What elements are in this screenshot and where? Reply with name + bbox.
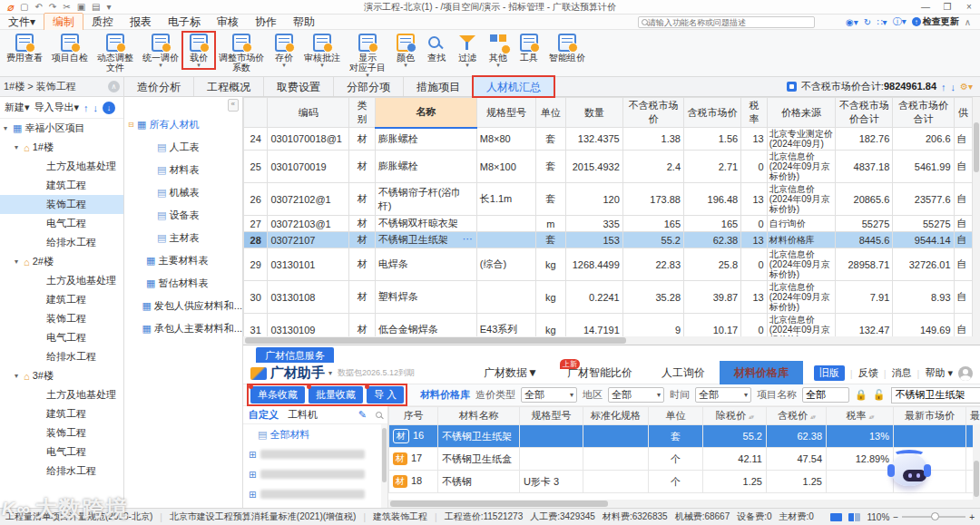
project-tree-item[interactable]: 土方及地基处理 [0, 271, 123, 290]
ribbon-button[interactable]: 载价 ▾ [183, 33, 214, 68]
summary-tree-item[interactable]: ⊟ 所有人材机 [124, 113, 242, 136]
column-header[interactable]: 价格来源 [767, 98, 835, 128]
zoom-slider-knob[interactable] [931, 512, 939, 520]
material-row[interactable]: 27 03072103@1 材 不锈钢双杆晾衣架 m 335 165 165 0… [244, 216, 973, 232]
unlock-icon[interactable]: 🔓 [873, 389, 886, 401]
cut-icon[interactable]: ✂ [63, 2, 70, 12]
library-item[interactable]: 全部材料 [243, 424, 387, 444]
worksheet-tab[interactable]: 工程概况 [194, 77, 264, 96]
column-header[interactable]: 不含税市场价合计 [836, 98, 893, 128]
messages-link[interactable]: 消息 [892, 366, 912, 380]
check-update-button[interactable]: ↑检查更新 [912, 15, 959, 28]
material-row[interactable]: 30 03130108 材 塑料焊条 kg 0.2241 35.28 39.87… [244, 281, 973, 314]
import-button[interactable]: 导 入 [367, 386, 404, 403]
menu-item[interactable]: 帮助 [285, 14, 323, 31]
summary-tree-item[interactable]: 主材表 [124, 227, 242, 249]
material-search-input[interactable] [891, 387, 980, 403]
column-header[interactable]: 含税价 ▴▾ [767, 407, 827, 425]
summary-tree-item[interactable]: 机械表 [124, 181, 242, 204]
function-search-input[interactable] [648, 18, 811, 27]
worksheet-tab[interactable]: 取费设置 [264, 77, 334, 96]
summary-tree-item[interactable]: 设备表 [124, 204, 242, 227]
summary-tree-item[interactable]: 主要材料表 [124, 249, 242, 272]
column-header[interactable]: 不含税市场价 [622, 98, 683, 128]
apps-grid-icon[interactable]: ∷▾ [877, 17, 887, 27]
assistant-tab[interactable]: 广材数据▼ [469, 361, 553, 385]
column-header[interactable]: 最新 [966, 407, 980, 425]
layout-split-icon[interactable] [848, 513, 860, 521]
sync-icon[interactable]: ↻ [864, 17, 871, 27]
assistant-tab[interactable]: 人工询价 [647, 361, 720, 385]
summary-tree-item[interactable]: 人工表 [124, 136, 242, 159]
column-header[interactable]: 规格型号 [520, 407, 583, 425]
worksheet-tab[interactable]: 措施项目 [404, 77, 474, 96]
menu-item[interactable]: 质控 [83, 14, 122, 31]
summary-tree-item[interactable]: 承包人主要材料和... [124, 317, 242, 340]
more-icon[interactable]: ⋯ [463, 233, 474, 245]
minimize-button[interactable]: — [915, 2, 936, 12]
column-header[interactable]: 最新市场价 [894, 407, 966, 425]
vertical-scrollbar[interactable] [973, 97, 980, 345]
project-tree-item[interactable]: 装饰工程 [0, 309, 123, 328]
assistant-tab[interactable]: 上新 广材智能比价 [553, 361, 647, 385]
material-row[interactable]: 24 0301070018@1 材 膨胀螺栓 M8×80 套 132.4375 … [244, 128, 973, 151]
project-tree-item[interactable]: ▾ 幸福小区项目 [0, 119, 123, 138]
ai-robot-mascot[interactable] [886, 450, 933, 497]
ribbon-button[interactable]: 费用查看 [2, 33, 47, 63]
column-header[interactable]: 类别 [349, 98, 376, 128]
restore-button[interactable]: ❐ [936, 2, 958, 12]
zoom-out-icon[interactable]: − [893, 512, 898, 522]
tab-labor-material-machine[interactable]: 工料机 [288, 408, 318, 422]
old-version-button[interactable]: 旧版 [814, 365, 845, 381]
menu-item[interactable]: 协作 [247, 14, 285, 31]
column-header[interactable]: 税率 ▴▾ [827, 407, 894, 425]
project-tree-item[interactable]: 电气工程 [0, 442, 123, 462]
menu-item[interactable]: 编制 [44, 13, 83, 32]
menu-item[interactable]: 文件▾ [0, 14, 44, 31]
ribbon-button[interactable]: 查找 [421, 33, 452, 63]
user-icon[interactable]: ◉▾ [846, 17, 858, 27]
column-header[interactable] [244, 98, 268, 128]
avatar[interactable] [958, 366, 973, 381]
ribbon-button[interactable]: 统一调价 ▾ [138, 33, 183, 68]
collect-batch-button[interactable]: 批量收藏 [309, 386, 363, 403]
ribbon-button[interactable]: 存价 ▾ [269, 33, 299, 68]
project-tree-item[interactable]: 电气工程 [0, 328, 123, 347]
project-tree-item[interactable]: 给排水工程 [0, 462, 123, 481]
sort-icon[interactable]: ▴▾ [869, 413, 874, 420]
panel-collapse-icon[interactable]: ∧ [108, 81, 120, 92]
summary-tree-item[interactable]: 暂估材料表 [124, 272, 242, 295]
region-select[interactable]: 全部 [608, 387, 664, 403]
time-select[interactable]: 全部 [695, 387, 751, 403]
column-header[interactable]: 编码 [268, 98, 349, 128]
vertical-scrollbar[interactable] [381, 424, 387, 508]
project-tree-item[interactable]: 建筑工程 [0, 290, 123, 309]
worksheet-tab[interactable]: 人材机汇总 [474, 77, 554, 96]
column-header[interactable]: 除税价 ▴▾ [703, 407, 767, 425]
project-tree-item[interactable]: 给排水工程 [0, 233, 123, 252]
material-row[interactable]: 29 03130101 材 电焊条 (综合) kg 1268.4499 22.8… [244, 248, 973, 281]
summary-tree-item[interactable]: 发包人供应材料和... [124, 295, 242, 317]
sort-icon[interactable]: ▴▾ [810, 413, 815, 420]
material-row[interactable]: 28 03072107 材 不锈钢卫生纸架⋯ 套 153 55.2 62.38 … [244, 232, 973, 248]
sort-icon[interactable]: ▴▾ [749, 413, 753, 420]
search-icon[interactable] [376, 412, 382, 418]
price-row[interactable]: 材16 不锈钢卫生纸架 套 55.2 62.38 13% [389, 425, 980, 448]
library-item[interactable]: ⊞ [243, 464, 387, 484]
ribbon-button[interactable]: 审核批注 ▾ [299, 33, 345, 68]
redo-icon[interactable]: ↷ [49, 2, 56, 12]
prev-icon[interactable]: ↑ [941, 82, 946, 92]
material-row[interactable]: 25 0301070019 材 膨胀螺栓 M8×100 套 2015.4932 … [244, 151, 973, 183]
qat-more-icon[interactable]: ▾ [107, 2, 112, 12]
column-header[interactable]: 税率 [741, 98, 768, 128]
feedback-link[interactable]: 反馈 [858, 366, 878, 380]
move-down-icon[interactable]: ↓ [93, 102, 99, 113]
ribbon-button[interactable]: 项目自检 [47, 33, 93, 63]
zoom-slider-track[interactable] [902, 516, 965, 518]
column-header[interactable]: 供 [954, 98, 972, 128]
collapse-left-icon[interactable]: « [228, 99, 239, 112]
ribbon-button[interactable]: 调整市场价 系数 [214, 33, 269, 73]
project-tree-item[interactable]: 土方及地基处理 [0, 385, 123, 404]
column-header[interactable]: 单位 [649, 407, 703, 425]
horizontal-scrollbar[interactable] [388, 500, 973, 508]
